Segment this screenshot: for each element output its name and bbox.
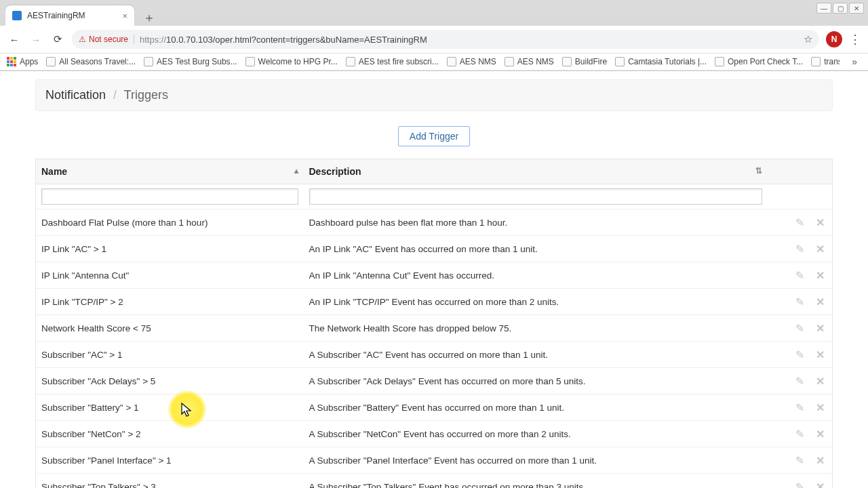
bookmark-item[interactable]: All Seasons Travel:... [46,57,136,66]
bookmark-label: AES NMS [460,57,496,66]
back-button[interactable]: ← [7,32,22,47]
cell-name: Subscriber "NetCon" > 2 [36,421,304,447]
bookmark-favicon-icon [245,57,255,66]
breadcrumb-leaf: Triggers [124,88,168,102]
bookmark-star-icon[interactable]: ☆ [804,33,812,45]
window-maximize-icon[interactable]: ▢ [833,3,848,14]
not-secure-label: Not secure [89,35,128,44]
sort-asc-icon: ▴ [294,166,298,176]
cell-name: Subscriber "Ack Delays" > 5 [36,368,304,394]
delete-icon[interactable]: ✕ [813,295,827,308]
bookmark-item[interactable]: AES NMS [505,57,554,66]
column-header-actions [768,159,833,184]
delete-icon[interactable]: ✕ [813,348,827,361]
edit-icon[interactable]: ✎ [793,321,806,335]
table-row[interactable]: Subscriber "NetCon" > 2A Subscriber "Net… [36,421,833,447]
add-trigger-button[interactable]: Add Trigger [398,126,470,146]
delete-icon[interactable]: ✕ [813,321,827,335]
delete-icon[interactable]: ✕ [813,427,827,441]
delete-icon[interactable]: ✕ [813,453,827,467]
edit-icon[interactable]: ✎ [793,216,806,229]
cell-actions: ✎✕ [768,289,833,315]
cell-description: An IP Link "TCP/IP" Event has occurred o… [304,289,768,315]
table-row[interactable]: Subscriber "AC" > 1A Subscriber "AC" Eve… [36,342,833,368]
window-close-icon[interactable]: ✕ [849,3,864,14]
edit-icon[interactable]: ✎ [793,401,806,414]
edit-icon[interactable]: ✎ [793,480,806,488]
cell-actions: ✎✕ [768,236,833,262]
chrome-menu-icon[interactable]: ⋮ [849,32,861,47]
bookmark-item[interactable]: BuildFire [562,57,607,66]
window-minimize-icon[interactable]: — [816,3,831,14]
breadcrumb: Notification / Triggers [35,79,833,111]
cell-actions: ✎✕ [768,421,833,447]
edit-icon[interactable]: ✎ [793,348,806,361]
filter-description-input[interactable] [309,188,762,205]
bookmark-item[interactable]: transtatus.transgro... [811,57,840,66]
bookmark-bar: Apps All Seasons Travel:...AES Test Burg… [0,54,868,70]
bookmark-label: AES Test Burg Subs... [157,57,237,66]
edit-icon[interactable]: ✎ [793,268,806,282]
table-row[interactable]: IP Link "AC" > 1An IP Link "AC" Event ha… [36,236,833,262]
reload-button[interactable]: ⟳ [50,32,65,47]
delete-icon[interactable]: ✕ [813,216,827,229]
profile-avatar[interactable]: N [826,31,842,47]
cell-actions: ✎✕ [768,342,833,368]
delete-icon[interactable]: ✕ [813,401,827,414]
edit-icon[interactable]: ✎ [793,295,806,308]
bookmark-favicon-icon [811,57,821,66]
bookmark-overflow-icon[interactable]: » [848,56,861,67]
column-header-description[interactable]: Description ⇅ [304,159,768,184]
bookmark-item[interactable]: Open Port Check T... [715,57,803,66]
bookmark-favicon-icon [346,57,355,66]
cell-description: A Subscriber "Battery" Event has occurre… [304,394,768,421]
column-header-name[interactable]: Name ▴ [36,159,304,184]
cell-actions: ✎✕ [768,474,833,489]
table-row[interactable]: Subscriber "Top Talkers" > 3A Subscriber… [36,474,833,489]
table-row[interactable]: IP Link "TCP/IP" > 2An IP Link "TCP/IP" … [36,289,833,315]
new-tab-button[interactable]: ＋ [141,9,157,26]
edit-icon[interactable]: ✎ [793,453,806,467]
delete-icon[interactable]: ✕ [813,268,827,282]
delete-icon[interactable]: ✕ [813,242,827,256]
tab-close-icon[interactable]: × [122,11,127,21]
delete-icon[interactable]: ✕ [813,374,827,388]
tab-title: AESTrainingRM [27,11,85,20]
bookmark-item[interactable]: AES test fire subscri... [346,57,439,66]
browser-tab[interactable]: AESTrainingRM × [5,5,134,26]
table-row[interactable]: Subscriber "Panel Interface" > 1A Subscr… [36,447,833,474]
cell-name: IP Link "TCP/IP" > 2 [36,289,304,315]
edit-icon[interactable]: ✎ [793,374,806,388]
cell-actions: ✎✕ [768,315,833,342]
delete-icon[interactable]: ✕ [813,480,827,488]
apps-grid-icon [7,57,16,66]
bookmark-item[interactable]: AES Test Burg Subs... [144,57,237,66]
favicon-icon [12,11,22,20]
table-row[interactable]: Network Health Score < 75The Network Hea… [36,315,833,342]
filter-name-input[interactable] [41,188,298,205]
omnibox[interactable]: ⚠ Not secure https://10.0.70.103/oper.ht… [72,30,819,49]
not-secure-badge[interactable]: ⚠ Not secure [79,35,134,44]
table-row[interactable]: Subscriber "Battery" > 1A Subscriber "Ba… [36,394,833,421]
edit-icon[interactable]: ✎ [793,242,806,256]
bookmark-item[interactable]: Welcome to HPG Pr... [245,57,338,66]
table-row[interactable]: Subscriber "Ack Delays" > 5A Subscriber … [36,368,833,394]
cell-name: Subscriber "Battery" > 1 [36,394,304,421]
bookmark-label: Camtasia Tutorials |... [628,57,707,66]
edit-icon[interactable]: ✎ [793,427,806,441]
cell-actions: ✎✕ [768,262,833,289]
forward-button[interactable]: → [28,32,43,47]
breadcrumb-separator-icon: / [113,88,117,102]
bookmark-label: transtatus.transgro... [824,57,840,66]
cell-name: IP Link "AC" > 1 [36,236,304,262]
breadcrumb-root[interactable]: Notification [45,88,106,102]
address-bar-row: ← → ⟳ ⚠ Not secure https://10.0.70.103/o… [0,26,868,54]
bookmark-item[interactable]: AES NMS [447,57,496,66]
bookmark-item[interactable]: Camtasia Tutorials |... [615,57,707,66]
table-row[interactable]: Dashboard Flat Pulse (more than 1 hour)D… [36,209,833,236]
apps-button[interactable]: Apps [7,57,38,66]
table-row[interactable]: IP Link "Antenna Cut"An IP Link "Antenna… [36,262,833,289]
bookmark-favicon-icon [505,57,514,66]
cell-name: Subscriber "Panel Interface" > 1 [36,447,304,474]
bookmark-label: Open Port Check T... [728,57,803,66]
